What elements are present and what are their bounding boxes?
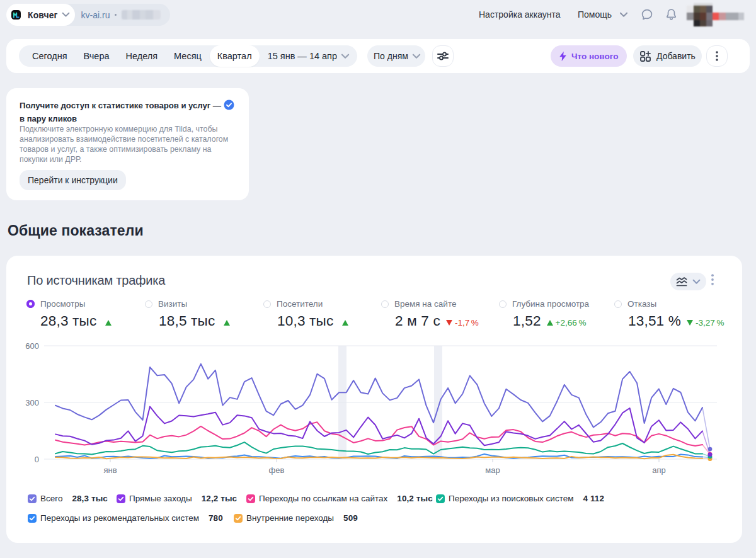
- svg-text:0: 0: [35, 455, 39, 464]
- svg-text:фев: фев: [269, 465, 285, 475]
- svg-text:600: 600: [25, 341, 39, 351]
- svg-text:апр: апр: [652, 465, 666, 475]
- svg-text:300: 300: [25, 398, 39, 407]
- svg-text:мар: мар: [485, 465, 500, 475]
- svg-text:янв: янв: [103, 465, 117, 475]
